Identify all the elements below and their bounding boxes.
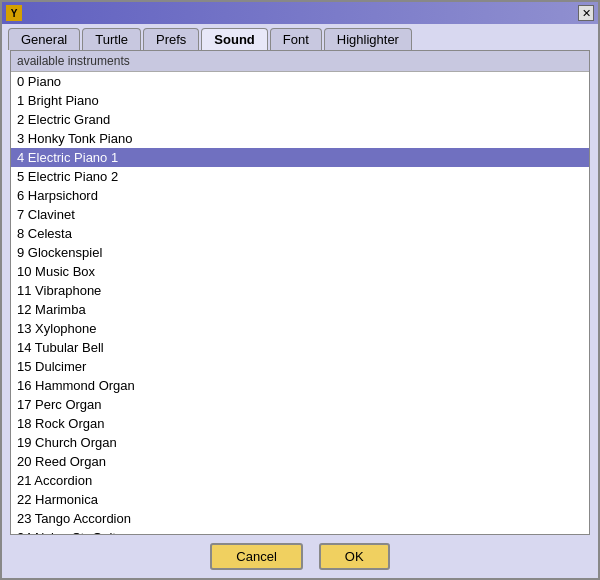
cancel-button[interactable]: Cancel: [210, 543, 302, 570]
close-button[interactable]: ✕: [578, 5, 594, 21]
tab-sound[interactable]: Sound: [201, 28, 267, 50]
list-item[interactable]: 3 Honky Tonk Piano: [11, 129, 589, 148]
title-bar: Y ✕: [2, 2, 598, 24]
list-item[interactable]: 1 Bright Piano: [11, 91, 589, 110]
tab-prefs[interactable]: Prefs: [143, 28, 199, 50]
ok-button[interactable]: OK: [319, 543, 390, 570]
list-item[interactable]: 7 Clavinet: [11, 205, 589, 224]
list-item[interactable]: 5 Electric Piano 2: [11, 167, 589, 186]
list-item[interactable]: 8 Celesta: [11, 224, 589, 243]
list-item[interactable]: 6 Harpsichord: [11, 186, 589, 205]
list-item[interactable]: 13 Xylophone: [11, 319, 589, 338]
list-item[interactable]: 18 Rock Organ: [11, 414, 589, 433]
title-icon: Y: [6, 5, 22, 21]
list-item[interactable]: 24 Nylon Str Guitar: [11, 528, 589, 534]
tab-turtle[interactable]: Turtle: [82, 28, 141, 50]
list-item[interactable]: 22 Harmonica: [11, 490, 589, 509]
list-item[interactable]: 23 Tango Accordion: [11, 509, 589, 528]
list-item[interactable]: 14 Tubular Bell: [11, 338, 589, 357]
list-item[interactable]: 0 Piano: [11, 72, 589, 91]
list-item[interactable]: 10 Music Box: [11, 262, 589, 281]
list-item[interactable]: 19 Church Organ: [11, 433, 589, 452]
tabs-row: GeneralTurtlePrefsSoundFontHighlighter: [2, 24, 598, 50]
list-header: available instruments: [11, 51, 589, 72]
list-item[interactable]: 4 Electric Piano 1: [11, 148, 589, 167]
list-item[interactable]: 12 Marimba: [11, 300, 589, 319]
main-window: Y ✕ GeneralTurtlePrefsSoundFontHighlight…: [0, 0, 600, 580]
content-area: available instruments 0 Piano1 Bright Pi…: [10, 50, 590, 535]
tab-font[interactable]: Font: [270, 28, 322, 50]
tab-highlighter[interactable]: Highlighter: [324, 28, 412, 50]
list-item[interactable]: 15 Dulcimer: [11, 357, 589, 376]
list-item[interactable]: 2 Electric Grand: [11, 110, 589, 129]
list-item[interactable]: 21 Accordion: [11, 471, 589, 490]
list-item[interactable]: 20 Reed Organ: [11, 452, 589, 471]
button-row: Cancel OK: [2, 535, 598, 578]
list-item[interactable]: 17 Perc Organ: [11, 395, 589, 414]
list-item[interactable]: 9 Glockenspiel: [11, 243, 589, 262]
tab-general[interactable]: General: [8, 28, 80, 50]
list-item[interactable]: 16 Hammond Organ: [11, 376, 589, 395]
instruments-list[interactable]: 0 Piano1 Bright Piano2 Electric Grand3 H…: [11, 72, 589, 534]
list-item[interactable]: 11 Vibraphone: [11, 281, 589, 300]
